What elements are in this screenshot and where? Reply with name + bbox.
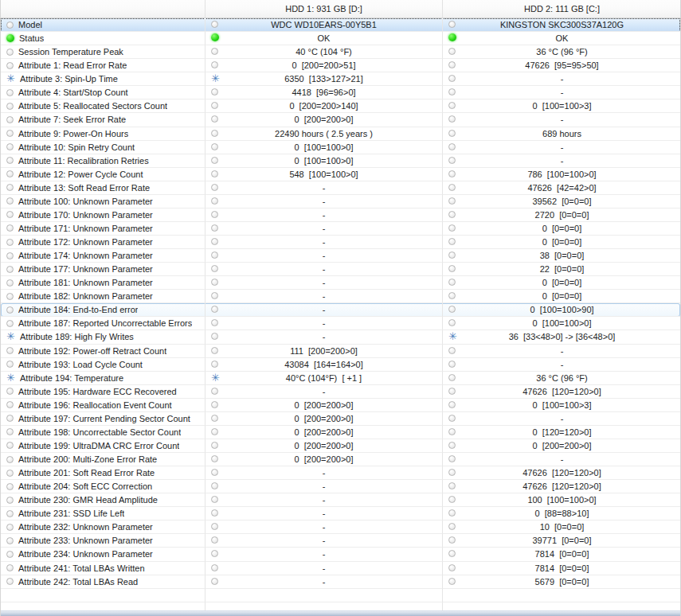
- attribute-label-cell: Attribute 170: Unknown Parameter: [1, 209, 205, 222]
- attribute-value: -: [323, 387, 326, 396]
- table-row[interactable]: Attribute 172: Unknown Parameter-0 [0=0=…: [1, 236, 680, 249]
- table-row[interactable]: Attribute 230: GMR Head Amplitude-100 [1…: [1, 493, 680, 507]
- hdd2-value-cell: 0 [200=200>0]: [443, 439, 681, 453]
- hdd1-value-cell: -: [205, 534, 443, 548]
- hdd2-value-cell: 689 hours: [443, 127, 681, 141]
- cell-icon-slot: [448, 33, 456, 43]
- table-row[interactable]: Attribute 201: Soft Read Error Rate-4762…: [1, 466, 680, 480]
- hdd2-value-cell: 0 [0=0=0]: [443, 236, 681, 249]
- attribute-label-cell: Attribute 196: Reallocation Event Count: [1, 399, 205, 412]
- attribute-value: 36 °C (96 °F): [536, 373, 587, 383]
- attribute-label-cell: ✳Attribute 189: High Fly Writes: [1, 330, 205, 344]
- table-row[interactable]: Attribute 200: Multi-Zone Error Rate0 [2…: [1, 453, 680, 466]
- table-row[interactable]: Attribute 12: Power Cycle Count548 [100=…: [1, 168, 680, 181]
- table-row[interactable]: Attribute 232: Unknown Parameter-10 [0=0…: [1, 520, 680, 534]
- table-row[interactable]: ModelWDC WD10EARS-00Y5B1KINGSTON SKC300S…: [1, 18, 680, 32]
- attribute-label-cell: Attribute 9: Power-On Hours: [1, 127, 205, 141]
- table-row[interactable]: Attribute 4: Start/Stop Count4418 [96=96…: [1, 86, 680, 99]
- cell-icon-slot: [448, 509, 456, 518]
- cell-icon-slot: ✳: [211, 373, 220, 383]
- asterisk-icon: ✳: [211, 75, 220, 83]
- bullet-icon: [6, 551, 14, 558]
- bullet-icon: [6, 497, 14, 504]
- bullet-icon: [6, 470, 14, 477]
- table-row[interactable]: Attribute 181: Unknown Parameter-0 [0=0=…: [1, 276, 680, 290]
- bullet-icon: [6, 293, 14, 300]
- table-row[interactable]: Attribute 234: Unknown Parameter-7814 [0…: [1, 548, 680, 561]
- table-row[interactable]: Attribute 196: Reallocation Event Count0…: [1, 399, 680, 412]
- asterisk-icon: ✳: [211, 374, 220, 382]
- attribute-label: Attribute 177: Unknown Parameter: [18, 264, 153, 274]
- bullet-icon: [211, 333, 218, 340]
- attribute-value: 0 [200=200>0]: [532, 441, 591, 450]
- table-row[interactable]: Attribute 174: Unknown Parameter-38 [0=0…: [1, 249, 680, 263]
- cell-icon-slot: [211, 563, 218, 573]
- hdd2-value-cell: 47626 [120=120>0]: [443, 385, 681, 399]
- attribute-value: 36 °C (96 °F): [536, 47, 587, 57]
- attribute-value: 4418 [96=96>0]: [292, 88, 355, 97]
- table-row[interactable]: Attribute 9: Power-On Hours22490 hours (…: [1, 127, 680, 141]
- cell-icon-slot: [211, 251, 218, 260]
- table-row[interactable]: Attribute 193: Load Cycle Count43084 [16…: [1, 358, 680, 372]
- hdd2-value-cell: 7814 [0=0=0]: [443, 548, 681, 561]
- attribute-label: Attribute 182: Unknown Parameter: [18, 291, 153, 301]
- attribute-label: Status: [19, 33, 44, 43]
- table-row[interactable]: Attribute 171: Unknown Parameter-0 [0=0=…: [1, 222, 680, 236]
- table-row[interactable]: Attribute 195: Hardware ECC Recovered-47…: [1, 385, 680, 399]
- bullet-icon: [211, 550, 218, 557]
- table-row[interactable]: Attribute 231: SSD Life Left-0 [88=88>10…: [1, 507, 680, 520]
- table-row[interactable]: Attribute 177: Unknown Parameter-22 [0=0…: [1, 263, 680, 276]
- attribute-label-cell: Attribute 172: Unknown Parameter: [1, 236, 205, 249]
- attribute-label: Attribute 11: Recalibration Retries: [18, 156, 149, 166]
- table-row[interactable]: Attribute 100: Unknown Parameter-39562 […: [1, 195, 680, 209]
- bullet-icon: [448, 115, 456, 123]
- table-row[interactable]: Attribute 204: Soft ECC Correction-47626…: [1, 480, 680, 493]
- table-row[interactable]: Attribute 192: Power-off Retract Count11…: [1, 345, 680, 358]
- table-row[interactable]: Attribute 13: Soft Read Error Rate-47626…: [1, 181, 680, 195]
- hdd1-value-cell: 111 [200=200>0]: [205, 345, 443, 358]
- table-row[interactable]: Attribute 199: UltraDMA CRC Error Count0…: [1, 439, 680, 453]
- table-row[interactable]: ✳Attribute 194: Temperature✳40°C (104°F)…: [1, 372, 680, 385]
- table-row[interactable]: ✳Attribute 3: Spin-Up Time✳6350 [133>127…: [1, 72, 680, 86]
- table-row[interactable]: Attribute 182: Unknown Parameter-0 [0=0=…: [1, 290, 680, 303]
- attribute-label-cell: Attribute 11: Recalibration Retries: [1, 154, 205, 168]
- hdd1-value-cell: -: [205, 548, 443, 561]
- attribute-value: 36 [33<48>0] -> [36<48>0]: [509, 332, 616, 341]
- header-hdd2[interactable]: HDD 2: 111 GB [C:]: [443, 0, 681, 18]
- table-row[interactable]: Attribute 187: Reported Uncorrectable Er…: [1, 317, 680, 330]
- attribute-value: -: [323, 278, 326, 287]
- table-row[interactable]: Attribute 170: Unknown Parameter-2720 [0…: [1, 209, 680, 222]
- cell-icon-slot: [211, 60, 218, 70]
- table-row[interactable]: Attribute 184: End-to-End error-0 [100=1…: [1, 303, 680, 317]
- status-ok-icon: [211, 33, 219, 41]
- attribute-label: Attribute 230: GMR Head Amplitude: [18, 495, 158, 505]
- bullet-icon: [448, 211, 456, 218]
- cell-icon-slot: [448, 237, 456, 247]
- asterisk-icon: ✳: [6, 75, 15, 83]
- table-row[interactable]: Attribute 11: Recalibration Retries0 [10…: [1, 154, 680, 168]
- attribute-label-cell: Attribute 233: Unknown Parameter: [1, 534, 205, 548]
- attribute-value: -: [323, 481, 326, 491]
- attribute-label-cell: Attribute 204: Soft ECC Correction: [1, 480, 205, 493]
- table-row[interactable]: Session Temperature Peak40 °C (104 °F)36…: [1, 45, 680, 59]
- table-row[interactable]: Attribute 242: Total LBAs Read-5679 [0=0…: [1, 575, 680, 589]
- table-row[interactable]: Attribute 233: Unknown Parameter-39771 […: [1, 534, 680, 548]
- header-hdd1[interactable]: HDD 1: 931 GB [D:]: [205, 0, 443, 18]
- hdd1-value-cell: -: [205, 466, 443, 480]
- attribute-value: -: [561, 414, 564, 423]
- table-row[interactable]: Attribute 7: Seek Error Rate0 [200=200>0…: [1, 113, 680, 127]
- table-row[interactable]: StatusOKOK: [1, 32, 680, 45]
- attribute-label: Attribute 232: Unknown Parameter: [18, 522, 153, 532]
- bullet-icon: [448, 170, 456, 177]
- table-row[interactable]: Attribute 1: Read Error Rate0 [200=200>5…: [1, 59, 680, 72]
- hdd2-value-cell: ✳36 [33<48>0] -> [36<48>0]: [443, 330, 681, 344]
- cell-icon-slot: [211, 495, 218, 505]
- table-row[interactable]: Attribute 198: Uncorrectable Sector Coun…: [1, 426, 680, 439]
- table-row[interactable]: ✳Attribute 189: High Fly Writes-✳36 [33<…: [1, 330, 680, 344]
- bullet-icon: [6, 21, 14, 29]
- table-row[interactable]: Attribute 197: Current Pending Sector Co…: [1, 412, 680, 426]
- table-row[interactable]: Attribute 10: Spin Retry Count0 [100=100…: [1, 141, 680, 154]
- table-row[interactable]: Attribute 241: Total LBAs Written-7814 […: [1, 562, 680, 575]
- table-row[interactable]: Attribute 5: Reallocated Sectors Count0 …: [1, 99, 680, 113]
- hdd2-value-cell: -: [443, 453, 681, 466]
